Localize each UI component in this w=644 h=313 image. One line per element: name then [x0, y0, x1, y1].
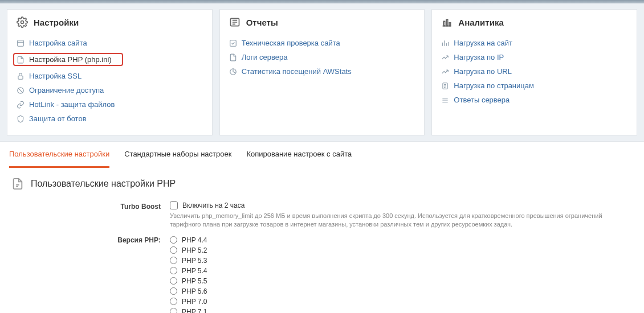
settings-item-site[interactable]: Настройка сайта: [17, 36, 203, 50]
settings-list: Настройка сайта Настройка PHP (php.ini) …: [17, 36, 203, 126]
card-settings: Настройки Настройка сайта Настройка PHP …: [7, 9, 213, 135]
small-bar-icon: [441, 39, 449, 47]
analytics-item-responses[interactable]: Ответы сервера: [441, 93, 627, 107]
card-title-settings: Настройки: [34, 18, 79, 27]
php-option-55[interactable]: PHP 5.5: [170, 276, 633, 286]
radio-input[interactable]: [170, 257, 177, 264]
tab-standard-sets[interactable]: Стандартные наборы настроек: [124, 142, 231, 167]
settings-item-php[interactable]: Настройка PHP (php.ini): [17, 50, 203, 69]
bar-chart-icon: [441, 17, 453, 28]
tab-user-settings[interactable]: Пользовательские настройки: [9, 142, 109, 168]
php-option-44[interactable]: PHP 4.4: [170, 235, 633, 245]
tab-copy-settings[interactable]: Копирование настроек с сайта: [246, 142, 352, 167]
link-label[interactable]: Нагрузка по страницам: [454, 81, 534, 90]
card-title-reports: Отчеты: [246, 18, 278, 27]
reports-item-tech[interactable]: Техническая проверка сайта: [229, 36, 415, 50]
turbo-checkbox-row[interactable]: Включить на 2 часа: [170, 201, 633, 209]
link-label[interactable]: Нагрузка по URL: [454, 67, 512, 76]
analytics-item-pages[interactable]: Нагрузка по страницам: [441, 79, 627, 93]
trend-icon: [441, 68, 449, 76]
link-label[interactable]: Ограничение доступа: [29, 86, 104, 94]
analytics-item-ip[interactable]: Нагрузка по IP: [441, 50, 627, 64]
label-php-version: Версия PHP:: [11, 235, 170, 244]
radio-label: PHP 4.4: [182, 236, 207, 244]
radio-input[interactable]: [170, 246, 177, 254]
php-version-options: PHP 4.4 PHP 5.2 PHP 5.3 PHP 5.4 PHP 5.5 …: [170, 235, 633, 313]
lock-icon: [17, 72, 25, 80]
link-label[interactable]: Ответы сервера: [454, 96, 510, 104]
svg-rect-7: [444, 21, 446, 26]
link-icon: [17, 101, 25, 109]
radio-input[interactable]: [170, 236, 177, 244]
doc-icon: [441, 82, 449, 90]
svg-rect-2: [18, 76, 23, 79]
php-file-icon: [17, 56, 25, 64]
pie-icon: [229, 68, 237, 76]
radio-label: PHP 5.5: [182, 277, 207, 285]
turbo-checkbox[interactable]: [170, 201, 178, 209]
radio-input[interactable]: [170, 298, 177, 305]
turbo-hint: Увеличить php_memory_limit до 256 МБ и в…: [170, 212, 633, 229]
panel: Пользовательские настройки PHP Turbo Boo…: [0, 167, 644, 313]
list-icon: [441, 96, 449, 104]
block-icon: [17, 87, 25, 94]
radio-label: PHP 5.6: [182, 287, 207, 295]
link-label[interactable]: Статистика посещений AWStats: [242, 67, 352, 76]
settings-item-hotlink[interactable]: HotLink - защита файлов: [17, 97, 203, 112]
link-label[interactable]: HotLink - защита файлов: [29, 100, 115, 109]
php-file-icon: [11, 178, 24, 190]
settings-item-access[interactable]: Ограничение доступа: [17, 83, 203, 97]
row-php-version: Версия PHP: PHP 4.4 PHP 5.2 PHP 5.3 PHP …: [11, 235, 633, 313]
php-option-53[interactable]: PHP 5.3: [170, 256, 633, 266]
check-icon: [229, 39, 237, 47]
analytics-list: Нагрузка на сайт Нагрузка по IP Нагрузка…: [441, 36, 627, 107]
label-turbo: Turbo Boost: [11, 201, 170, 211]
php-option-71[interactable]: PHP 7.1: [170, 307, 633, 313]
link-label[interactable]: Настройка SSL: [29, 72, 81, 80]
link-label[interactable]: Нагрузка на сайт: [454, 39, 512, 47]
link-label[interactable]: Настройка сайта: [29, 39, 87, 47]
card-analytics: Аналитика Нагрузка на сайт Нагрузка по I…: [431, 9, 637, 135]
radio-label: PHP 5.4: [182, 267, 207, 275]
row-turbo: Turbo Boost Включить на 2 часа Увеличить…: [11, 201, 633, 229]
card-reports: Отчеты Техническая проверка сайта Логи с…: [219, 9, 425, 135]
radio-input[interactable]: [170, 267, 177, 274]
settings-item-ssl[interactable]: Настройка SSL: [17, 69, 203, 83]
card-title-analytics: Аналитика: [458, 18, 503, 27]
gear-icon: [17, 17, 28, 28]
file-icon: [229, 53, 237, 61]
reports-item-awstats[interactable]: Статистика посещений AWStats: [229, 64, 415, 79]
svg-rect-5: [230, 40, 236, 46]
php-option-70[interactable]: PHP 7.0: [170, 296, 633, 307]
panel-header: Пользовательские настройки PHP: [11, 178, 633, 190]
radio-input[interactable]: [170, 308, 177, 313]
panel-title: Пользовательские настройки PHP: [31, 179, 176, 189]
svg-rect-1: [18, 40, 24, 46]
radio-input[interactable]: [170, 277, 177, 285]
trend-icon: [441, 53, 449, 61]
value-turbo: Включить на 2 часа Увеличить php_memory_…: [170, 201, 633, 229]
newspaper-icon: [229, 17, 241, 28]
radio-label: PHP 5.3: [182, 257, 207, 265]
turbo-checkbox-label: Включить на 2 часа: [182, 201, 244, 209]
php-option-54[interactable]: PHP 5.4: [170, 266, 633, 276]
reports-item-logs[interactable]: Логи сервера: [229, 50, 415, 64]
card-header-analytics: Аналитика: [441, 17, 627, 28]
analytics-item-site[interactable]: Нагрузка на сайт: [441, 36, 627, 50]
settings-icon: [17, 39, 25, 47]
php-option-52[interactable]: PHP 5.2: [170, 245, 633, 256]
reports-list: Техническая проверка сайта Логи сервера …: [229, 36, 415, 79]
cards-row: Настройки Настройка сайта Настройка PHP …: [0, 3, 644, 141]
link-label[interactable]: Логи сервера: [242, 53, 288, 61]
analytics-item-url[interactable]: Нагрузка по URL: [441, 64, 627, 79]
svg-rect-9: [450, 23, 451, 26]
settings-item-bots[interactable]: Защита от ботов: [17, 112, 203, 126]
link-label[interactable]: Защита от ботов: [29, 114, 87, 123]
card-header-settings: Настройки: [17, 17, 203, 28]
card-header-reports: Отчеты: [229, 17, 415, 28]
php-option-56[interactable]: PHP 5.6: [170, 286, 633, 296]
radio-input[interactable]: [170, 287, 177, 295]
link-label[interactable]: Нагрузка по IP: [454, 53, 504, 61]
link-label[interactable]: Техническая проверка сайта: [242, 39, 340, 47]
svg-rect-8: [447, 19, 449, 26]
